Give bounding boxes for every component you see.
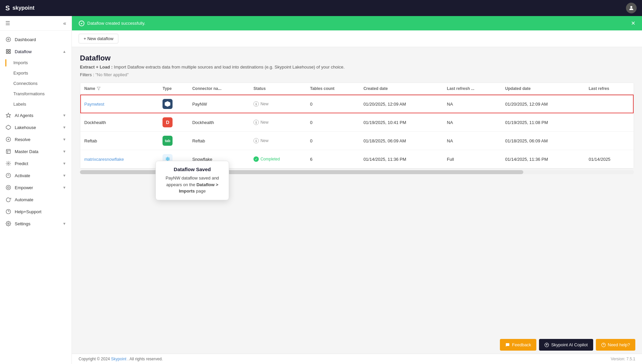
success-message: Dataflow created successfully. [87, 21, 145, 26]
col-status: Status [249, 83, 306, 95]
row-name-link[interactable]: matrixcaresnowflake [84, 157, 124, 162]
sidebar-item-empower[interactable]: Empower ▼ [0, 181, 72, 194]
svg-point-1 [6, 37, 10, 41]
sidebar-item-label-dashboard: Dashboard [15, 37, 66, 42]
cell-status: ℹNew [249, 113, 306, 132]
settings-icon [5, 221, 11, 227]
sidebar-item-master-data[interactable]: Master Data ▼ [0, 145, 72, 157]
cell-last-refres: 01/14/2025 [585, 150, 634, 168]
sidebar-header: ☰ « [0, 16, 72, 31]
cell-status: ℹNew [249, 95, 306, 113]
sidebar-item-transformations[interactable]: Transformations [13, 89, 72, 99]
sidebar-item-label-resolve: Resolve [15, 137, 59, 142]
sidebar-item-dataflow[interactable]: Dataflow ▲ [0, 45, 72, 57]
sidebar-item-connections[interactable]: Connections [13, 78, 72, 89]
col-tables-count: Tables count [306, 83, 359, 95]
user-avatar[interactable] [626, 3, 637, 13]
col-created-date: Created date [359, 83, 443, 95]
page-title: Dataflow [80, 54, 634, 63]
cell-type: D [158, 113, 188, 132]
filters-label: Filters : [80, 72, 94, 77]
sidebar-item-dashboard[interactable]: Dashboard [0, 33, 72, 45]
success-banner-left: Dataflow created successfully. [79, 20, 145, 26]
cell-updated-date: 01/14/2025, 11:36 PM [501, 150, 585, 168]
cell-connector: Reftab [188, 132, 249, 150]
lakehouse-icon [5, 124, 11, 130]
svg-marker-7 [6, 113, 10, 117]
empower-chevron-icon: ▼ [63, 186, 66, 190]
cell-name: matrixcaresnowflake [80, 150, 158, 168]
cell-last-refres [585, 113, 634, 132]
help-label: Need help? [608, 342, 630, 347]
connector-icon: D [163, 117, 173, 127]
cell-last-refresh: Full [443, 150, 501, 168]
transformations-label: Transformations [13, 91, 44, 96]
cell-last-refresh: NA [443, 95, 501, 113]
col-updated-date: Updated date [501, 83, 585, 95]
sidebar-nav: Dashboard Dataflow ▲ Imports Exports [0, 31, 72, 232]
cell-last-refres [585, 132, 634, 150]
svg-rect-12 [6, 149, 10, 153]
copyright-text: Copyright © 2024 Skypoint . All rights r… [79, 357, 163, 361]
subtitle-text: Import Dataflow extracts data from multi… [114, 65, 345, 70]
copyright-brand-link[interactable]: Skypoint [111, 357, 126, 361]
sidebar-item-exports[interactable]: Exports [13, 68, 72, 78]
activate-icon [5, 172, 11, 178]
cell-type [158, 95, 188, 113]
sidebar-item-predict[interactable]: Predict ▼ [0, 157, 72, 169]
subtitle-bold: Extract + Load : [80, 65, 113, 70]
menu-icon[interactable]: ☰ [5, 20, 10, 26]
col-type: Type [158, 83, 188, 95]
copilot-button[interactable]: Skypoint AI Copilot [539, 339, 593, 351]
filter-icon[interactable] [97, 87, 101, 91]
dataflow-submenu: Imports Exports Connections Transformati… [0, 57, 72, 109]
connections-label: Connections [13, 81, 37, 86]
dataflow-chevron-icon: ▲ [63, 49, 66, 53]
sidebar-item-settings[interactable]: Settings ▼ [0, 218, 72, 230]
col-name: Name [80, 83, 158, 95]
col-connector: Connector na... [188, 83, 249, 95]
sidebar-item-resolve[interactable]: Resolve ▼ [0, 133, 72, 145]
topbar: S skypoint [0, 0, 642, 16]
table-header-row: Name Type Connector na... Status Tables … [80, 83, 634, 95]
sidebar-item-label-activate: Activate [15, 173, 59, 178]
cell-updated-date: 01/19/2025, 11:08 PM [501, 113, 585, 132]
svg-point-17 [6, 185, 10, 190]
help-question-icon [601, 343, 606, 347]
cell-name: Reftab [80, 132, 158, 150]
collapse-icon[interactable]: « [63, 20, 66, 26]
new-dataflow-button[interactable]: + New dataflow [79, 34, 118, 43]
predict-chevron-icon: ▼ [63, 161, 66, 165]
imports-label: Imports [13, 60, 28, 65]
tooltip-body: PayNW dataflow saved and appears on the … [161, 175, 223, 195]
col-last-refres: Last refres [585, 83, 634, 95]
sidebar-item-activate[interactable]: Activate ▼ [0, 169, 72, 181]
resolve-icon [5, 136, 11, 142]
svg-rect-4 [9, 49, 10, 51]
bottom-action-buttons: Feedback Skypoint AI Copilot Need help? [500, 339, 635, 351]
copilot-icon [544, 343, 549, 347]
empower-icon [5, 185, 11, 191]
sidebar-item-lakehouse[interactable]: Lakehouse ▼ [0, 121, 72, 133]
dataflow-icon [5, 48, 11, 54]
sidebar-item-imports[interactable]: Imports [13, 57, 72, 68]
sidebar-item-automate[interactable]: Automate [0, 194, 72, 206]
svg-rect-6 [6, 52, 8, 53]
col-last-refresh: Last refresh ... [443, 83, 501, 95]
connector-icon [163, 99, 173, 109]
table-body: Paynwtest PayNW ℹNew 0 01/20/2025, 12:09… [80, 95, 634, 168]
sidebar: ☰ « Dashboard Dataflow ▲ Im [0, 16, 72, 364]
row-name-link[interactable]: Paynwtest [84, 102, 104, 107]
scrollbar-thumb[interactable] [80, 170, 523, 174]
sidebar-item-help-support[interactable]: Help+Support [0, 206, 72, 218]
cell-tables-count: 0 [306, 113, 359, 132]
help-icon [5, 209, 11, 215]
exports-label: Exports [13, 71, 28, 76]
help-button[interactable]: Need help? [596, 339, 636, 351]
sidebar-item-ai-agents[interactable]: AI Agents ▼ [0, 109, 72, 121]
sidebar-item-labels[interactable]: Labels [13, 99, 72, 109]
feedback-button[interactable]: Feedback [500, 339, 536, 351]
sidebar-item-label-settings: Settings [15, 221, 59, 226]
success-banner-close-button[interactable]: ✕ [631, 20, 635, 26]
lakehouse-chevron-icon: ▼ [63, 125, 66, 129]
